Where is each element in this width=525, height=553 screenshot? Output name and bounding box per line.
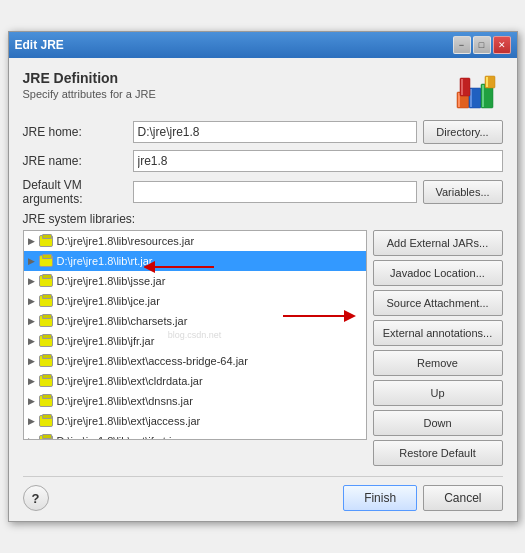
jar-icon-shape xyxy=(39,295,53,307)
dialog-subtitle: Specify attributes for a JRE xyxy=(23,88,156,100)
svg-rect-9 xyxy=(486,77,488,87)
lib-path: D:\jre\jre1.8\lib\ext\cldrdata.jar xyxy=(57,375,203,387)
jar-icon xyxy=(38,234,54,248)
dialog-content: JRE Definition Specify attributes for a … xyxy=(9,58,517,521)
lib-item[interactable]: ▶D:\jre\jre1.8\lib\jce.jar xyxy=(24,291,366,311)
source-attachment-button[interactable]: Source Attachment... xyxy=(373,290,503,316)
external-annotations-button[interactable]: External annotations... xyxy=(373,320,503,346)
window-title: Edit JRE xyxy=(15,38,64,52)
vm-args-row: Default VM arguments: Variables... xyxy=(23,178,503,206)
vm-args-label: Default VM arguments: xyxy=(23,178,133,206)
cancel-button[interactable]: Cancel xyxy=(423,485,502,511)
lib-path: D:\jre\jre1.8\lib\ext\dnsns.jar xyxy=(57,395,193,407)
expand-arrow-icon[interactable]: ▶ xyxy=(28,376,38,386)
bottom-buttons: Finish Cancel xyxy=(343,485,502,511)
libraries-label: JRE system libraries: xyxy=(23,212,503,226)
expand-arrow-icon[interactable]: ▶ xyxy=(28,316,38,326)
lib-path: D:\jre\jre1.8\lib\jce.jar xyxy=(57,295,160,307)
expand-arrow-icon[interactable]: ▶ xyxy=(28,356,38,366)
up-button[interactable]: Up xyxy=(373,380,503,406)
books-svg xyxy=(455,70,503,110)
lib-item[interactable]: ▶D:\jre\jre1.8\lib\ext\cldrdata.jar xyxy=(24,371,366,391)
jre-home-input[interactable] xyxy=(133,121,417,143)
help-button[interactable]: ? xyxy=(23,485,49,511)
jar-icon xyxy=(38,394,54,408)
expand-arrow-icon[interactable]: ▶ xyxy=(28,276,38,286)
expand-arrow-icon[interactable]: ▶ xyxy=(28,236,38,246)
lib-item[interactable]: ▶D:\jre\jre1.8\lib\ext\access-bridge-64.… xyxy=(24,351,366,371)
down-button[interactable]: Down xyxy=(373,410,503,436)
header-text: JRE Definition Specify attributes for a … xyxy=(23,70,156,100)
lib-path: D:\jre\jre1.8\lib\jfr.jar xyxy=(57,335,155,347)
jar-icon xyxy=(38,434,54,440)
lib-item[interactable]: ▶D:\jre\jre1.8\lib\jsse.jar xyxy=(24,271,366,291)
jre-name-row: JRE name: xyxy=(23,150,503,172)
jar-icon xyxy=(38,254,54,268)
jar-icon-shape xyxy=(39,335,53,347)
directory-button[interactable]: Directory... xyxy=(423,120,503,144)
jre-home-label: JRE home: xyxy=(23,125,133,139)
lib-item[interactable]: ▶D:\jre\jre1.8\lib\jfr.jar xyxy=(24,331,366,351)
lib-path: D:\jre\jre1.8\lib\charsets.jar xyxy=(57,315,188,327)
svg-rect-5 xyxy=(482,85,484,107)
libraries-area: ▶D:\jre\jre1.8\lib\resources.jar▶D:\jre\… xyxy=(23,230,503,466)
finish-button[interactable]: Finish xyxy=(343,485,417,511)
jar-icon xyxy=(38,294,54,308)
jre-name-label: JRE name: xyxy=(23,154,133,168)
jar-icon-shape xyxy=(39,255,53,267)
window-controls: − □ ✕ xyxy=(453,36,511,54)
jar-icon-shape xyxy=(39,235,53,247)
svg-rect-7 xyxy=(461,79,463,95)
jar-icon-shape xyxy=(39,355,53,367)
jar-icon-shape xyxy=(39,375,53,387)
jar-icon xyxy=(38,274,54,288)
lib-path: D:\jre\jre1.8\lib\jsse.jar xyxy=(57,275,166,287)
restore-default-button[interactable]: Restore Default xyxy=(373,440,503,466)
lib-path: D:\jre\jre1.8\lib\ext\access-bridge-64.j… xyxy=(57,355,248,367)
expand-arrow-icon[interactable]: ▶ xyxy=(28,336,38,346)
jre-home-row: JRE home: Directory... xyxy=(23,120,503,144)
expand-arrow-icon[interactable]: ▶ xyxy=(28,256,38,266)
svg-rect-3 xyxy=(470,89,472,107)
close-button[interactable]: ✕ xyxy=(493,36,511,54)
lib-item[interactable]: ▶D:\jre\jre1.8\lib\resources.jar xyxy=(24,231,366,251)
add-external-jars-button[interactable]: Add External JARs... xyxy=(373,230,503,256)
jar-icon xyxy=(38,374,54,388)
edit-jre-window: Edit JRE − □ ✕ JRE Definition Specify at… xyxy=(8,31,518,522)
jar-icon-shape xyxy=(39,315,53,327)
library-list: ▶D:\jre\jre1.8\lib\resources.jar▶D:\jre\… xyxy=(24,231,366,440)
lib-path: D:\jre\jre1.8\lib\rt.jar xyxy=(57,255,153,267)
lib-path: D:\jre\jre1.8\lib\resources.jar xyxy=(57,235,195,247)
lib-path: D:\jre\jre1.8\lib\ext\jaccess.jar xyxy=(57,415,201,427)
jar-icon xyxy=(38,314,54,328)
minimize-button[interactable]: − xyxy=(453,36,471,54)
lib-item[interactable]: ▶D:\jre\jre1.8\lib\ext\jaccess.jar xyxy=(24,411,366,431)
expand-arrow-icon[interactable]: ▶ xyxy=(28,416,38,426)
expand-arrow-icon[interactable]: ▶ xyxy=(28,436,38,440)
bottom-bar: ? Finish Cancel xyxy=(23,476,503,511)
lib-path: D:\jre\jre1.8\lib\ext\jfxrt.jar xyxy=(57,435,182,440)
javadoc-location-button[interactable]: Javadoc Location... xyxy=(373,260,503,286)
variables-button[interactable]: Variables... xyxy=(423,180,503,204)
maximize-button[interactable]: □ xyxy=(473,36,491,54)
jar-icon-shape xyxy=(39,435,53,440)
lib-item[interactable]: ▶D:\jre\jre1.8\lib\charsets.jar xyxy=(24,311,366,331)
vm-args-input[interactable] xyxy=(133,181,417,203)
lib-item[interactable]: ▶D:\jre\jre1.8\lib\rt.jar xyxy=(24,251,366,271)
lib-item[interactable]: ▶D:\jre\jre1.8\lib\ext\jfxrt.jar xyxy=(24,431,366,440)
jar-icon xyxy=(38,334,54,348)
title-bar: Edit JRE − □ ✕ xyxy=(9,32,517,58)
jar-icon xyxy=(38,354,54,368)
jar-icon-shape xyxy=(39,395,53,407)
jar-icon-shape xyxy=(39,275,53,287)
jar-icon xyxy=(38,414,54,428)
library-buttons: Add External JARs... Javadoc Location...… xyxy=(373,230,503,466)
expand-arrow-icon[interactable]: ▶ xyxy=(28,296,38,306)
expand-arrow-icon[interactable]: ▶ xyxy=(28,396,38,406)
jar-icon-shape xyxy=(39,415,53,427)
library-list-container[interactable]: ▶D:\jre\jre1.8\lib\resources.jar▶D:\jre\… xyxy=(23,230,367,440)
remove-button[interactable]: Remove xyxy=(373,350,503,376)
jre-name-input[interactable] xyxy=(133,150,503,172)
lib-item[interactable]: ▶D:\jre\jre1.8\lib\ext\dnsns.jar xyxy=(24,391,366,411)
books-icon xyxy=(455,70,503,110)
